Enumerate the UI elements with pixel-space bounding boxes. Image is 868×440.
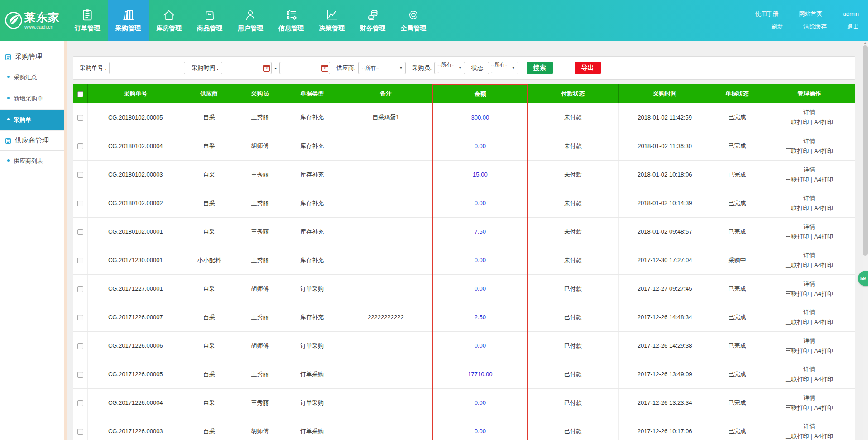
- amount-link[interactable]: 17710.00: [468, 371, 492, 378]
- detail-link[interactable]: 详情: [803, 366, 815, 373]
- nav-item[interactable]: 决策管理: [312, 0, 352, 41]
- nav-item-label: 信息管理: [278, 24, 304, 33]
- print3-link[interactable]: 三联打印: [786, 290, 809, 297]
- amount-link[interactable]: 0.00: [475, 399, 486, 406]
- calendar-icon[interactable]: 31: [263, 65, 270, 72]
- print3-link[interactable]: 三联打印: [786, 262, 809, 268]
- sidebar-item[interactable]: 新增采购单: [0, 88, 64, 110]
- detail-link[interactable]: 详情: [803, 138, 815, 144]
- row-checkbox[interactable]: [77, 315, 83, 320]
- print3-link[interactable]: 三联打印: [786, 205, 809, 211]
- top-link[interactable]: 退出: [846, 23, 860, 31]
- printa4-link[interactable]: A4打印: [814, 262, 833, 268]
- top-link[interactable]: 使用手册: [754, 10, 780, 18]
- detail-link[interactable]: 详情: [803, 394, 815, 401]
- top-link[interactable]: 刷新: [770, 23, 784, 31]
- buyer-cell: 王秀丽: [235, 388, 285, 417]
- print3-link[interactable]: 三联打印: [786, 404, 809, 411]
- nav-item[interactable]: 订单管理: [67, 0, 108, 41]
- amount-link[interactable]: 2.50: [475, 314, 486, 320]
- print3-link[interactable]: 三联打印: [786, 148, 809, 154]
- order-no-input[interactable]: [109, 62, 185, 74]
- top-link[interactable]: admin: [842, 10, 860, 17]
- vertical-scrollbar[interactable]: ▲: [863, 41, 868, 440]
- amount-link[interactable]: 0.00: [475, 257, 486, 263]
- search-button[interactable]: 搜索: [527, 62, 553, 74]
- nav-item[interactable]: 库房管理: [149, 0, 189, 41]
- sidebar-item[interactable]: 采购单: [0, 110, 64, 131]
- nav-item[interactable]: 用户管理: [230, 0, 271, 41]
- amount-link[interactable]: 0.00: [475, 342, 486, 349]
- print3-link[interactable]: 三联打印: [786, 376, 809, 383]
- detail-link[interactable]: 详情: [803, 195, 815, 201]
- remark-cell: [339, 331, 432, 360]
- scrollbar-thumb[interactable]: [863, 45, 868, 256]
- nav-item[interactable]: 全局管理: [393, 0, 434, 41]
- print3-link[interactable]: 三联打印: [786, 347, 809, 354]
- nav-item[interactable]: 信息管理: [271, 0, 312, 41]
- print3-link[interactable]: 三联打印: [786, 119, 809, 125]
- nav-item[interactable]: 采购管理: [108, 0, 149, 41]
- detail-link[interactable]: 详情: [803, 337, 815, 344]
- row-checkbox[interactable]: [77, 115, 83, 121]
- calendar-icon[interactable]: 31: [321, 65, 328, 72]
- print3-link[interactable]: 三联打印: [786, 433, 809, 440]
- amount-link[interactable]: 7.50: [475, 228, 486, 235]
- print3-link[interactable]: 三联打印: [786, 176, 809, 183]
- printa4-link[interactable]: A4打印: [814, 233, 833, 240]
- top-link[interactable]: 清除缓存: [802, 23, 828, 31]
- amount-link[interactable]: 15.00: [473, 171, 488, 178]
- row-checkbox[interactable]: [77, 172, 83, 178]
- detail-link[interactable]: 详情: [803, 252, 815, 258]
- row-checkbox[interactable]: [77, 143, 83, 149]
- scroll-up-arrow-icon[interactable]: ▲: [863, 41, 868, 45]
- printa4-link[interactable]: A4打印: [814, 376, 833, 383]
- nav-item[interactable]: 财务管理: [352, 0, 393, 41]
- row-checkbox[interactable]: [77, 372, 83, 378]
- amount-link[interactable]: 300.00: [471, 114, 489, 121]
- table-body: CG.20180102.00005自采王秀丽库存补充自采鸡蛋1300.00未付款…: [73, 103, 855, 440]
- row-checkbox[interactable]: [77, 258, 83, 263]
- detail-link[interactable]: 详情: [803, 109, 815, 115]
- row-checkbox[interactable]: [77, 286, 83, 292]
- table-header-row: 采购单号供应商采购员单据类型备注金额付款状态采购时间单据状态管理操作: [73, 84, 855, 103]
- select-all-checkbox[interactable]: [77, 91, 83, 97]
- print3-link[interactable]: 三联打印: [786, 319, 809, 325]
- row-checkbox[interactable]: [77, 400, 83, 406]
- amount-link[interactable]: 0.00: [475, 285, 486, 292]
- top-link[interactable]: 网站首页: [798, 10, 824, 18]
- supplier-select[interactable]: --所有-- ▼: [358, 62, 406, 74]
- detail-link[interactable]: 详情: [803, 423, 815, 430]
- row-checkbox[interactable]: [77, 429, 83, 435]
- detail-link[interactable]: 详情: [803, 309, 815, 316]
- amount-link[interactable]: 0.00: [475, 428, 486, 435]
- time-cell: 2018-01-02 09:48:57: [618, 217, 711, 246]
- printa4-link[interactable]: A4打印: [814, 176, 833, 183]
- printa4-link[interactable]: A4打印: [814, 205, 833, 211]
- row-checkbox[interactable]: [77, 201, 83, 206]
- nav-item-label: 财务管理: [360, 24, 385, 33]
- amount-link[interactable]: 0.00: [475, 143, 486, 149]
- sidebar-item[interactable]: 供应商列表: [0, 151, 64, 172]
- detail-link[interactable]: 详情: [803, 166, 815, 173]
- nav-item[interactable]: 商品管理: [189, 0, 230, 41]
- printa4-link[interactable]: A4打印: [814, 404, 833, 411]
- detail-link[interactable]: 详情: [803, 223, 815, 230]
- printa4-link[interactable]: A4打印: [814, 319, 833, 325]
- printa4-link[interactable]: A4打印: [814, 148, 833, 154]
- sidebar-section-title: 采购管理: [0, 47, 64, 67]
- buyer-select[interactable]: --所有-- ▼: [434, 62, 465, 74]
- printa4-link[interactable]: A4打印: [814, 347, 833, 354]
- detail-link[interactable]: 详情: [803, 280, 815, 287]
- amount-link[interactable]: 0.00: [475, 200, 486, 206]
- printa4-link[interactable]: A4打印: [814, 290, 833, 297]
- row-checkbox[interactable]: [77, 343, 83, 349]
- print3-link[interactable]: 三联打印: [786, 233, 809, 240]
- export-button[interactable]: 导出: [575, 62, 601, 74]
- printa4-link[interactable]: A4打印: [814, 433, 833, 440]
- status-select[interactable]: --所有-- ▼: [488, 62, 518, 74]
- sidebar-item[interactable]: 采购汇总: [0, 67, 64, 88]
- printa4-link[interactable]: A4打印: [814, 119, 833, 125]
- doc-type-cell: 库存补充: [285, 217, 339, 246]
- row-checkbox[interactable]: [77, 229, 83, 235]
